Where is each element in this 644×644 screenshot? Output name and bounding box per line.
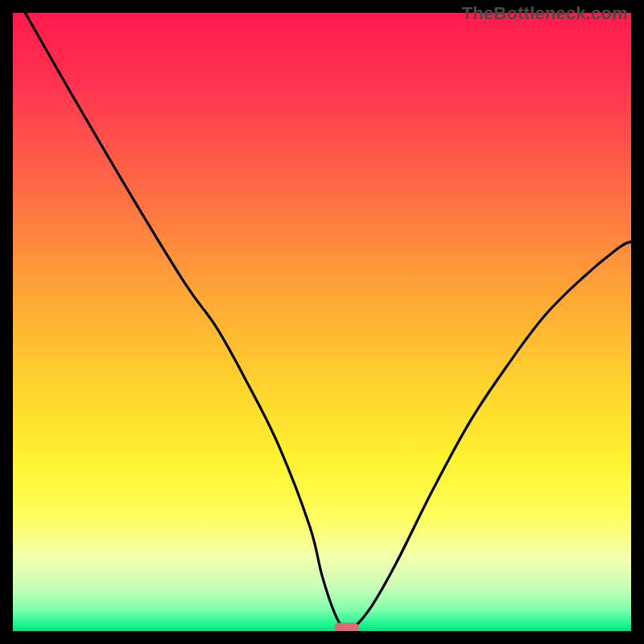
chart-frame: TheBottleneck.com [0, 0, 644, 644]
optimal-marker [335, 622, 359, 631]
chart-svg [13, 13, 631, 631]
watermark-text: TheBottleneck.com [462, 3, 628, 24]
plot-area [13, 13, 631, 631]
